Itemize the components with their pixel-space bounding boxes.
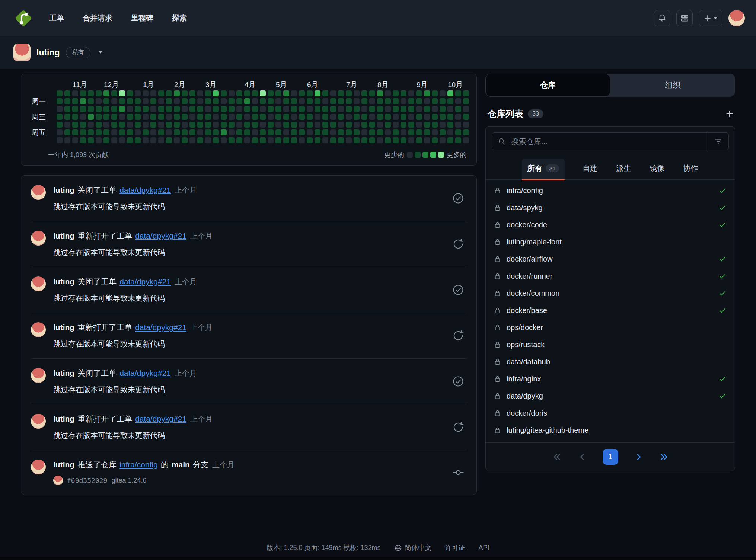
heatmap-cell[interactable] [127, 106, 133, 112]
heatmap-cell[interactable] [385, 90, 391, 96]
heatmap-cell[interactable] [416, 106, 422, 112]
heatmap-cell[interactable] [260, 98, 266, 104]
heatmap-cell[interactable] [252, 114, 258, 120]
heatmap-cell[interactable] [354, 122, 360, 128]
heatmap-cell[interactable] [143, 98, 149, 104]
heatmap-cell[interactable] [64, 90, 70, 96]
heatmap-cell[interactable] [315, 90, 320, 96]
prev-page-button[interactable] [577, 452, 587, 462]
heatmap-cell[interactable] [88, 90, 94, 96]
heatmap-cell[interactable] [385, 137, 391, 143]
feed-avatar[interactable] [31, 185, 46, 200]
filter-tab-all[interactable]: 所有 31 [522, 159, 565, 179]
heatmap-cell[interactable] [221, 137, 227, 143]
heatmap-cell[interactable] [244, 122, 250, 128]
heatmap-cell[interactable] [377, 122, 383, 128]
heatmap-cell[interactable] [119, 106, 125, 112]
heatmap-cell[interactable] [150, 98, 156, 104]
heatmap-cell[interactable] [205, 129, 211, 135]
heatmap-cell[interactable] [260, 129, 266, 135]
heatmap-cell[interactable] [174, 122, 180, 128]
heatmap-cell[interactable] [361, 122, 367, 128]
heatmap-cell[interactable] [57, 129, 63, 135]
heatmap-cell[interactable] [221, 90, 227, 96]
heatmap-cell[interactable] [72, 137, 78, 143]
heatmap-cell[interactable] [103, 114, 109, 120]
heatmap-cell[interactable] [150, 129, 156, 135]
heatmap-cell[interactable] [307, 122, 313, 128]
heatmap-cell[interactable] [57, 114, 63, 120]
heatmap-cell[interactable] [166, 90, 172, 96]
heatmap-cell[interactable] [275, 137, 281, 143]
heatmap-cell[interactable] [260, 90, 266, 96]
heatmap-cell[interactable] [174, 106, 180, 112]
heatmap-cell[interactable] [182, 114, 188, 120]
heatmap-cell[interactable] [330, 114, 336, 120]
heatmap-cell[interactable] [111, 137, 117, 143]
heatmap-cell[interactable] [57, 137, 63, 143]
heatmap-cell[interactable] [283, 114, 289, 120]
heatmap-cell[interactable] [338, 114, 344, 120]
heatmap-cell[interactable] [322, 106, 328, 112]
heatmap-cell[interactable] [283, 129, 289, 135]
feed-actor-link[interactable]: luting [53, 186, 74, 194]
feed-target-link[interactable]: data/dpykg#21 [135, 323, 186, 332]
admin-panel-button[interactable] [676, 10, 693, 26]
heatmap-cell[interactable] [408, 122, 414, 128]
heatmap-cell[interactable] [174, 114, 180, 120]
heatmap-cell[interactable] [361, 90, 367, 96]
heatmap-cell[interactable] [64, 137, 70, 143]
heatmap-cell[interactable] [205, 98, 211, 104]
feed-avatar[interactable] [31, 231, 46, 246]
heatmap-cell[interactable] [432, 122, 438, 128]
heatmap-cell[interactable] [260, 106, 266, 112]
heatmap-cell[interactable] [166, 122, 172, 128]
heatmap-cell[interactable] [283, 137, 289, 143]
heatmap-cell[interactable] [72, 90, 78, 96]
heatmap-cell[interactable] [346, 98, 352, 104]
heatmap-cell[interactable] [291, 114, 297, 120]
feed-actor-link[interactable]: luting [53, 231, 74, 240]
heatmap-cell[interactable] [197, 129, 203, 135]
feed-target-link[interactable]: data/dpykg#21 [135, 415, 186, 423]
heatmap-cell[interactable] [158, 137, 164, 143]
new-repo-button[interactable] [725, 110, 734, 118]
heatmap-cell[interactable] [408, 98, 414, 104]
feed-avatar[interactable] [31, 368, 46, 383]
heatmap-cell[interactable] [401, 98, 406, 104]
heatmap-cell[interactable] [174, 98, 180, 104]
heatmap-cell[interactable] [416, 98, 422, 104]
heatmap-cell[interactable] [455, 90, 461, 96]
heatmap-cell[interactable] [236, 122, 242, 128]
heatmap-cell[interactable] [291, 137, 297, 143]
heatmap-cell[interactable] [361, 114, 367, 120]
heatmap-cell[interactable] [299, 122, 305, 128]
heatmap-cell[interactable] [72, 122, 78, 128]
heatmap-cell[interactable] [408, 137, 414, 143]
heatmap-cell[interactable] [275, 129, 281, 135]
heatmap-cell[interactable] [338, 122, 344, 128]
nav-link-issues[interactable]: 工单 [49, 13, 64, 23]
profile-avatar[interactable] [13, 44, 31, 61]
repo-list-item[interactable]: luting/maple-font [486, 233, 735, 250]
repo-list-item[interactable]: ops/docker [486, 319, 735, 336]
heatmap-cell[interactable] [377, 90, 383, 96]
heatmap-cell[interactable] [213, 114, 219, 120]
heatmap-cell[interactable] [354, 98, 360, 104]
heatmap-cell[interactable] [354, 106, 360, 112]
heatmap-cell[interactable] [401, 129, 406, 135]
heatmap-cell[interactable] [72, 129, 78, 135]
heatmap-cell[interactable] [236, 114, 242, 120]
heatmap-cell[interactable] [299, 137, 305, 143]
heatmap-cell[interactable] [88, 129, 94, 135]
heatmap-cell[interactable] [119, 122, 125, 128]
heatmap-cell[interactable] [432, 90, 438, 96]
heatmap-cell[interactable] [338, 137, 344, 143]
profile-username[interactable]: luting [36, 48, 60, 58]
heatmap-cell[interactable] [440, 122, 446, 128]
repo-list-item[interactable]: data/datahub [486, 353, 735, 370]
heatmap-cell[interactable] [213, 137, 219, 143]
heatmap-cell[interactable] [299, 129, 305, 135]
heatmap-cell[interactable] [416, 129, 422, 135]
heatmap-cell[interactable] [338, 98, 344, 104]
